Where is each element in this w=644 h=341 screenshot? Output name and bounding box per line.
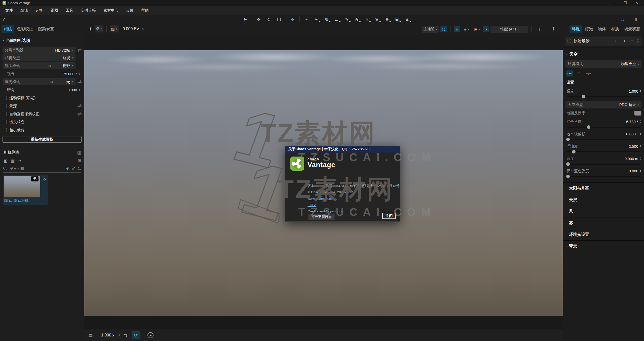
material-override-button[interactable]: ☕ ▾ [462, 26, 471, 33]
auto-tilt-correction-checkbox[interactable] [3, 112, 7, 116]
menu-feedback[interactable]: 反馈 [123, 6, 137, 15]
playback-speed-value[interactable]: 1.000 x [101, 333, 114, 337]
add-light-icon[interactable]: ✺ [383, 16, 392, 23]
camera-settings-button[interactable]: ▣ ▾ [472, 26, 481, 33]
current-camera-options-header[interactable]: ▾ 当前相机选项 [0, 36, 84, 46]
camera-card-caption[interactable]: [默认] 默认相机 [4, 197, 47, 204]
motion-blur-checkbox[interactable] [3, 96, 7, 100]
altitude-stepper[interactable]: ▴▾ [640, 157, 641, 160]
exposure-mode-dropdown[interactable]: 曝光模式 ⊘ 无 ▾ [3, 78, 75, 85]
play-icon[interactable]: ▶ [147, 332, 154, 338]
auto-exposure-button[interactable]: ▨ ▾ [110, 25, 119, 32]
performance-mode-dropdown[interactable]: 性能 (4X) ▾ [490, 26, 528, 33]
move-tool-icon[interactable]: ✥ [254, 16, 263, 23]
intensity-stepper[interactable]: ▴▾ [640, 90, 641, 93]
blend-angle-slider[interactable] [566, 127, 640, 128]
add-grass-icon[interactable]: ψ [322, 16, 331, 23]
settings-sliders-icon[interactable] [77, 80, 82, 84]
camera-crop-checkbox[interactable] [3, 128, 7, 132]
global-illumination-icon[interactable]: ⊚ [454, 26, 460, 32]
slider-handle[interactable] [572, 150, 576, 154]
search-camera-input[interactable] [9, 166, 64, 171]
intensity-slider[interactable] [566, 96, 640, 97]
menu-asset-center[interactable]: 素材中心 [100, 6, 122, 15]
horizon-offset-slider[interactable] [566, 139, 640, 140]
section-sun-moon[interactable]: › 太阳与月亮 [563, 183, 644, 194]
home-icon[interactable]: ⌂ [0, 16, 9, 23]
add-vegetation-icon[interactable]: ❧ [312, 16, 321, 23]
link-credits[interactable]: Credits and Copyrights [308, 209, 342, 213]
transform-gizmo-icon[interactable]: ✛ [288, 16, 297, 23]
render-channel-dropdown[interactable]: 主通道 ▾ [422, 26, 439, 33]
blend-angle-stepper[interactable]: ▴▾ [640, 120, 641, 123]
menu-edit[interactable]: 编辑 [17, 6, 31, 15]
camera-type-dropdown[interactable]: 相机类型 ▱ 透视 ▾ [3, 54, 75, 61]
menu-view[interactable]: 视图 [47, 6, 61, 15]
slider-handle[interactable] [587, 125, 590, 129]
altitude-value[interactable]: 0.000 m [625, 157, 638, 161]
select-tool-icon[interactable]: ➤ [239, 14, 250, 25]
fov-value[interactable]: 75.000 ° [63, 72, 77, 76]
open-changelog-button[interactable]: 打开更新日志 [309, 214, 334, 220]
add-terrain-icon[interactable]: ▲ [403, 16, 412, 23]
settings-sliders-icon[interactable] [77, 112, 82, 116]
resolution-preset-dropdown[interactable]: 分辨率预设 HD 720p ▾ [3, 47, 75, 54]
display-settings-button[interactable]: ▢ ▾ [535, 26, 544, 33]
section-clouds[interactable]: › 云层 [563, 194, 644, 206]
walkthrough-cycle-icon[interactable]: ⟳ [132, 331, 140, 339]
speed-stepper[interactable]: ▴▾ [119, 334, 120, 337]
add-fabric-icon[interactable]: ❦ [372, 16, 382, 23]
focus-crosshair-icon[interactable]: ✛ [88, 27, 93, 31]
settings-sliders-icon[interactable] [77, 48, 82, 52]
link-eula[interactable]: EULA [308, 203, 316, 207]
tab-scene-states[interactable]: 场景状态 [622, 25, 642, 33]
delete-scene-state-icon[interactable] [636, 39, 640, 43]
lens-distortion-checkbox[interactable] [3, 120, 7, 124]
navigation-mode-button[interactable]: ▾ [551, 26, 559, 33]
add-camera-icon[interactable]: ▣ [393, 16, 402, 23]
lens-mode-dropdown[interactable]: 镜头模式 ◁ 视野 ▾ [3, 62, 75, 69]
add-brush-icon[interactable]: ✎ [342, 16, 351, 23]
sky-model-dropdown[interactable]: 天空模型 PRG 晴天 ▾ [565, 101, 641, 108]
night-sky-value[interactable]: 0.000 [629, 169, 638, 173]
material-palette-icon[interactable]: ◒ [302, 16, 311, 23]
folder-add-icon[interactable]: ⊞ [78, 158, 81, 163]
menu-tools[interactable]: 工具 [62, 6, 77, 15]
tab-lights[interactable]: 灯光 [583, 25, 595, 33]
sky-mode-increment-icon[interactable]: +/− [585, 70, 592, 77]
altitude-slider[interactable] [566, 164, 640, 165]
intensity-value[interactable]: 1.000 [629, 89, 638, 93]
loop-icon[interactable]: ⇆ [122, 332, 129, 338]
lens-effects-button[interactable]: ❂ ▾ [95, 25, 103, 32]
ground-albedo-color-swatch[interactable] [634, 111, 641, 116]
sky-mode-sliders-icon[interactable] [566, 70, 573, 77]
turbidity-stepper[interactable]: ▴▾ [640, 145, 641, 148]
list-panel-icon[interactable]: ▥ [77, 150, 81, 155]
section-wind[interactable]: › 风 [563, 206, 644, 217]
horizon-offset-stepper[interactable]: ▴▾ [640, 132, 641, 135]
sky-section-header[interactable]: ▾ 天空 [563, 48, 644, 60]
minimize-icon[interactable]: – [608, 0, 619, 6]
close-dialog-button[interactable]: 关闭 [382, 213, 396, 219]
asset-teapot-icon[interactable]: ☕ [618, 16, 627, 23]
menu-file[interactable]: 文件 [2, 6, 16, 15]
refresh-thumbnail-icon[interactable]: ⟳ [43, 177, 46, 181]
restore-icon[interactable]: ❐ [619, 0, 631, 6]
add-camera-from-view-icon[interactable]: ▣ [4, 158, 7, 163]
ev-stepper[interactable]: ▴▾ [142, 27, 143, 30]
ev-value[interactable]: 0.000 EV [123, 27, 139, 31]
tab-materials[interactable]: 材质 [609, 25, 621, 33]
add-scene-state-icon[interactable]: + [622, 39, 628, 44]
section-background[interactable]: › 背景 [563, 241, 644, 252]
add-decal-icon[interactable]: ▱ [332, 16, 341, 23]
settings-sliders-icon[interactable] [77, 104, 82, 108]
night-sky-stepper[interactable]: ▴▾ [640, 169, 641, 172]
menu-help[interactable]: 帮助 [138, 6, 152, 15]
turbidity-value[interactable]: 2.500 [629, 144, 638, 148]
section-ambient-light[interactable]: › 环境光设置 [563, 229, 644, 240]
screenshot-download-icon[interactable]: ⇓ [631, 16, 640, 23]
regenerate-displacement-button[interactable]: 重新生成置换 [3, 136, 82, 143]
vignette-value[interactable]: 0.000 [67, 88, 77, 92]
contrast-icon[interactable]: ◑ [483, 26, 489, 32]
section-fog[interactable]: › 雾 [563, 217, 644, 229]
